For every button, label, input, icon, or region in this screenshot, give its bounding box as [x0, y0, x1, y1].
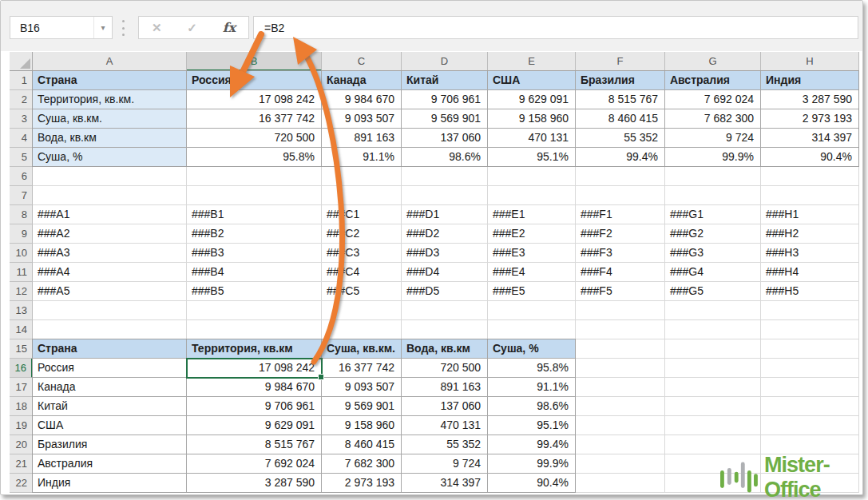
- cell-F7[interactable]: [576, 186, 665, 205]
- cell-B7[interactable]: [187, 186, 322, 205]
- cell-H16[interactable]: [761, 359, 859, 378]
- cell-F5[interactable]: 99.4%: [576, 148, 665, 167]
- cell-C12[interactable]: ###C5: [322, 282, 402, 301]
- cell-D19[interactable]: 470 131: [402, 416, 488, 435]
- cell-D8[interactable]: ###D1: [402, 205, 488, 224]
- cell-H14[interactable]: [761, 320, 859, 339]
- cell-H13[interactable]: [761, 301, 859, 320]
- cell-F11[interactable]: ###F4: [576, 263, 665, 282]
- row-header-18[interactable]: 18: [10, 397, 33, 416]
- cell-C4[interactable]: 891 163: [322, 129, 402, 148]
- cell-E9[interactable]: ###E2: [488, 224, 576, 244]
- cell-B5[interactable]: 95.8%: [187, 148, 322, 167]
- cell-C18[interactable]: 9 569 901: [322, 397, 402, 416]
- cell-H8[interactable]: ###H1: [761, 205, 859, 224]
- cell-D17[interactable]: 891 163: [402, 378, 488, 397]
- cell-B20[interactable]: 8 515 767: [187, 435, 322, 454]
- cell-A3[interactable]: Суша, кв.км.: [33, 109, 187, 129]
- cell-E21[interactable]: 99.9%: [488, 454, 576, 474]
- select-all-corner[interactable]: [10, 52, 33, 71]
- cell-H3[interactable]: 2 973 193: [761, 109, 859, 129]
- cell-C17[interactable]: 9 093 507: [322, 378, 402, 397]
- cell-F18[interactable]: [576, 397, 665, 416]
- cell-C8[interactable]: ###C1: [322, 205, 402, 224]
- cell-E7[interactable]: [488, 186, 576, 205]
- cell-B15[interactable]: Территория, кв.км: [187, 339, 322, 359]
- cell-B22[interactable]: 3 287 590: [187, 474, 322, 493]
- cell-D9[interactable]: ###D2: [402, 224, 488, 244]
- cell-C3[interactable]: 9 093 507: [322, 109, 402, 129]
- cell-E14[interactable]: [488, 320, 576, 339]
- cell-F2[interactable]: 8 515 767: [576, 90, 665, 109]
- cell-E22[interactable]: 90.4%: [488, 474, 576, 493]
- cell-G10[interactable]: ###G3: [665, 244, 761, 263]
- cell-C19[interactable]: 9 158 960: [322, 416, 402, 435]
- cell-E4[interactable]: 470 131: [488, 129, 576, 148]
- cell-G8[interactable]: ###G1: [665, 205, 761, 224]
- row-header-20[interactable]: 20: [10, 435, 33, 454]
- cell-H1[interactable]: Индия: [761, 71, 859, 90]
- cell-E15[interactable]: Суша, %: [488, 339, 576, 359]
- cell-G4[interactable]: 9 724: [665, 129, 761, 148]
- cell-G14[interactable]: [665, 320, 761, 339]
- cell-C13[interactable]: [322, 301, 402, 320]
- cell-G17[interactable]: [665, 378, 761, 397]
- row-header-7[interactable]: 7: [10, 186, 33, 205]
- cell-C14[interactable]: [322, 320, 402, 339]
- cell-E20[interactable]: 99.4%: [488, 435, 576, 454]
- cell-C11[interactable]: ###C4: [322, 263, 402, 282]
- cell-E8[interactable]: ###E1: [488, 205, 576, 224]
- col-header-F[interactable]: F: [576, 52, 665, 71]
- col-header-C[interactable]: C: [322, 52, 402, 71]
- cell-E19[interactable]: 95.1%: [488, 416, 576, 435]
- cell-D3[interactable]: 9 569 901: [402, 109, 488, 129]
- row-header-21[interactable]: 21: [10, 454, 33, 474]
- cell-G15[interactable]: [665, 339, 761, 359]
- cell-H12[interactable]: ###H5: [761, 282, 859, 301]
- cell-F19[interactable]: [576, 416, 665, 435]
- cell-G9[interactable]: ###G2: [665, 224, 761, 244]
- col-header-D[interactable]: D: [402, 52, 488, 71]
- cell-E2[interactable]: 9 629 091: [488, 90, 576, 109]
- row-header-4[interactable]: 4: [10, 129, 33, 148]
- cell-B10[interactable]: ###B3: [187, 244, 322, 263]
- cell-G5[interactable]: 99.9%: [665, 148, 761, 167]
- cell-A19[interactable]: США: [33, 416, 187, 435]
- col-header-A[interactable]: A: [33, 52, 187, 71]
- cell-B3[interactable]: 16 377 742: [187, 109, 322, 129]
- cell-C7[interactable]: [322, 186, 402, 205]
- cell-E6[interactable]: [488, 167, 576, 186]
- cell-A8[interactable]: ###A1: [33, 205, 187, 224]
- cell-G12[interactable]: ###G5: [665, 282, 761, 301]
- row-header-13[interactable]: 13: [10, 301, 33, 320]
- cell-C2[interactable]: 9 984 670: [322, 90, 402, 109]
- cell-B12[interactable]: ###B5: [187, 282, 322, 301]
- cell-F10[interactable]: ###F3: [576, 244, 665, 263]
- cell-B1[interactable]: Россия: [187, 71, 322, 90]
- cell-E18[interactable]: 98.6%: [488, 397, 576, 416]
- cell-A2[interactable]: Территория, кв.км.: [33, 90, 187, 109]
- cell-C1[interactable]: Канада: [322, 71, 402, 90]
- row-header-22[interactable]: 22: [10, 474, 33, 493]
- cell-G20[interactable]: [665, 435, 761, 454]
- cell-F1[interactable]: Бразилия: [576, 71, 665, 90]
- cell-E1[interactable]: США: [488, 71, 576, 90]
- cell-F8[interactable]: ###F1: [576, 205, 665, 224]
- row-header-1[interactable]: 1: [10, 71, 33, 90]
- cell-C10[interactable]: ###C3: [322, 244, 402, 263]
- cell-E12[interactable]: ###E5: [488, 282, 576, 301]
- cell-E16[interactable]: 95.8%: [488, 359, 576, 378]
- cell-A22[interactable]: Индия: [33, 474, 187, 493]
- cell-G3[interactable]: 7 682 300: [665, 109, 761, 129]
- cell-A15[interactable]: Страна: [33, 339, 187, 359]
- row-header-16[interactable]: 16: [10, 359, 33, 378]
- cell-B18[interactable]: 9 706 961: [187, 397, 322, 416]
- cell-B8[interactable]: ###B1: [187, 205, 322, 224]
- row-header-10[interactable]: 10: [10, 244, 33, 263]
- cell-A13[interactable]: [33, 301, 187, 320]
- cell-A14[interactable]: [33, 320, 187, 339]
- cell-F12[interactable]: ###F5: [576, 282, 665, 301]
- row-header-14[interactable]: 14: [10, 320, 33, 339]
- cell-F15[interactable]: [576, 339, 665, 359]
- cell-H18[interactable]: [761, 397, 859, 416]
